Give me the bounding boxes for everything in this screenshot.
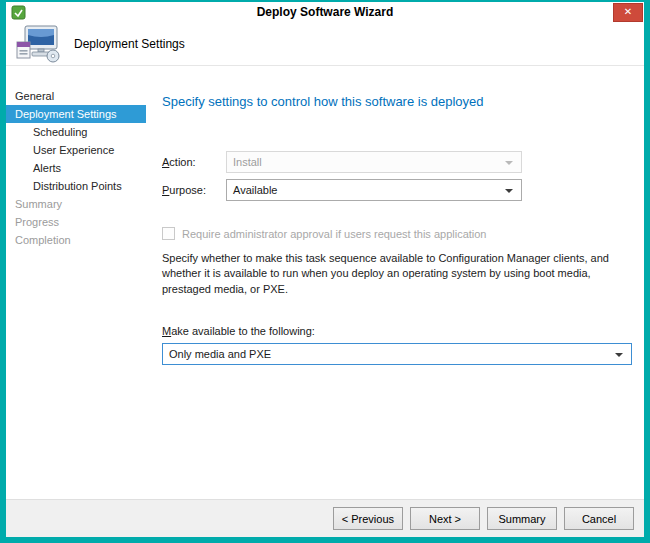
sidebar-item-progress: Progress xyxy=(6,213,146,231)
sidebar-item-completion: Completion xyxy=(6,231,146,249)
wizard-body: General Deployment Settings Scheduling U… xyxy=(6,66,644,499)
titlebar: Deploy Software Wizard ✕ xyxy=(6,2,644,22)
purpose-label: Purpose: xyxy=(162,184,226,196)
wizard-steps-sidebar: General Deployment Settings Scheduling U… xyxy=(6,66,146,499)
approval-checkbox-row: Require administrator approval if users … xyxy=(162,227,632,240)
sidebar-item-general[interactable]: General xyxy=(6,87,146,105)
sidebar-item-summary: Summary xyxy=(6,195,146,213)
deployment-settings-page: Specify settings to control how this sof… xyxy=(146,66,644,499)
task-sequence-description: Specify whether to make this task sequen… xyxy=(162,251,632,297)
chevron-down-icon xyxy=(615,353,623,357)
settings-form: Action: Install Purpose: Available xyxy=(162,151,632,201)
make-available-label: Make available to the following: xyxy=(162,325,315,337)
sidebar-item-scheduling[interactable]: Scheduling xyxy=(6,123,146,141)
purpose-dropdown[interactable]: Available xyxy=(226,179,522,201)
cancel-button[interactable]: Cancel xyxy=(564,507,634,530)
deploy-software-wizard-window: Deploy Software Wizard ✕ Deployment Sett… xyxy=(0,0,650,543)
action-value: Install xyxy=(233,156,262,168)
sidebar-item-distribution-points[interactable]: Distribution Points xyxy=(6,177,146,195)
chevron-down-icon xyxy=(505,161,513,165)
approval-checkbox-label: Require administrator approval if users … xyxy=(182,228,487,240)
action-row: Action: Install xyxy=(162,151,632,173)
wizard-header: Deployment Settings xyxy=(6,22,644,66)
close-icon: ✕ xyxy=(624,7,632,17)
approval-checkbox xyxy=(162,227,175,240)
chevron-down-icon xyxy=(505,189,513,193)
action-dropdown: Install xyxy=(226,151,522,173)
wizard-footer: < Previous Next > Summary Cancel xyxy=(6,499,644,537)
page-heading: Specify settings to control how this sof… xyxy=(162,94,632,109)
sidebar-item-alerts[interactable]: Alerts xyxy=(6,159,146,177)
next-button[interactable]: Next > xyxy=(410,507,480,530)
window-title: Deploy Software Wizard xyxy=(6,5,644,19)
make-available-dropdown[interactable]: Only media and PXE xyxy=(162,343,632,365)
app-icon xyxy=(11,5,26,20)
deploy-software-icon xyxy=(16,25,62,63)
close-button[interactable]: ✕ xyxy=(613,3,643,22)
sidebar-item-user-experience[interactable]: User Experience xyxy=(6,141,146,159)
purpose-row: Purpose: Available xyxy=(162,179,632,201)
purpose-value: Available xyxy=(233,184,277,196)
previous-button[interactable]: < Previous xyxy=(333,507,403,530)
sidebar-item-deployment-settings[interactable]: Deployment Settings xyxy=(6,105,146,123)
make-available-value: Only media and PXE xyxy=(169,348,271,360)
page-title: Deployment Settings xyxy=(74,37,185,51)
summary-button[interactable]: Summary xyxy=(487,507,557,530)
action-label: Action: xyxy=(162,156,226,168)
